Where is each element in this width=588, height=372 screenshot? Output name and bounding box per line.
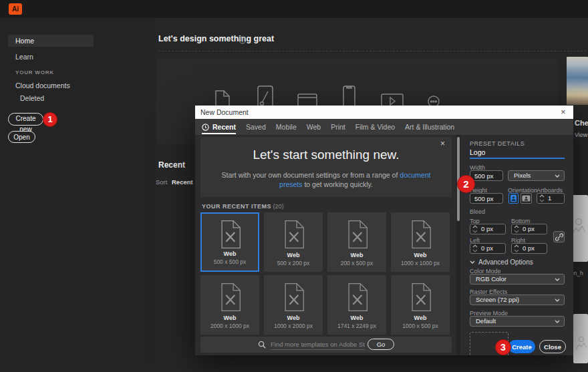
tab-film-video[interactable]: Film & Video [355,119,395,135]
raster-effects-dropdown[interactable]: Screen (72 ppi) [470,295,565,305]
whats-new-title-fragment: Chec [575,119,588,127]
portrait-icon [510,194,517,202]
banner-close-icon[interactable]: × [440,139,445,148]
recent-items-label: YOUR RECENT ITEMS (20) [202,203,284,210]
preset-card-web-1741x2249[interactable]: Web 1741 x 2249 px [327,275,386,335]
info-icon[interactable] [239,35,247,47]
preview-mode-dropdown[interactable]: Default [470,316,565,327]
height-field[interactable] [470,193,503,204]
go-button[interactable]: Go [368,339,394,350]
tab-recent[interactable]: Recent [202,119,236,135]
sidebar-section-your-work: YOUR WORK [15,69,54,75]
sidebar-item-deleted[interactable]: Deleted [20,94,44,102]
sidebar: Home Learn YOUR WORK Cloud documents Del… [0,18,156,372]
stepper-arrows-icon[interactable] [539,194,545,202]
bleed-label: Bleed [470,208,485,215]
stepper-arrows-icon[interactable] [472,244,478,252]
chevron-down-icon [555,174,560,178]
preset-details-panel: PRESET DETAILS Width Pixels Height Orien… [462,135,573,355]
chevron-down-icon [555,320,560,323]
annotation-step-3: 3 [495,339,511,355]
tab-print[interactable]: Print [331,119,345,135]
stepper-arrows-icon[interactable] [514,225,519,233]
banner-heading: Let's start something new. [200,148,452,162]
banner-body: Start with your own document settings or… [216,170,436,189]
units-dropdown[interactable]: Pixels [508,170,565,181]
preset-details-heading: PRESET DETAILS [470,140,525,147]
start-banner: × Let's start something new. Start with … [200,137,452,197]
preset-card-web-2000x1000[interactable]: Web 2000 x 1000 px [200,275,259,335]
sort-label: Sort [156,178,167,186]
dialog-title: New Document [200,108,249,116]
width-field[interactable] [470,170,503,181]
sort-value-dropdown[interactable]: Recent [172,178,193,186]
divider [158,51,586,51]
bleed-right-stepper[interactable]: 0 px [511,243,547,254]
document-name-field[interactable] [470,147,565,159]
color-mode-dropdown[interactable]: RGB Color [470,274,565,285]
clock-icon [202,124,209,131]
sidebar-item-learn[interactable]: Learn [15,53,33,61]
preset-card-web-1000x500[interactable]: Web 1000 x 500 px [391,275,450,335]
bleed-left-stepper[interactable]: 0 px [470,243,506,254]
orientation-landscape-button[interactable] [521,193,532,204]
app-window: Ai Home Learn YOUR WORK Cloud documents … [0,0,588,372]
landscape-icon [522,194,531,202]
recent-section-heading: Recent [158,160,185,170]
dialog-close-icon[interactable]: × [561,107,566,118]
chevron-down-icon [555,278,560,281]
template-search-bar: Go [200,337,452,353]
link-icon [555,233,563,241]
artboards-stepper[interactable]: 1 [537,193,565,204]
search-icon [258,341,266,349]
preset-card-web-500x500[interactable]: Web 500 x 500 px [200,212,259,272]
bleed-link-button[interactable] [553,231,565,242]
stepper-arrows-icon[interactable] [472,225,478,233]
tab-mobile[interactable]: Mobile [276,119,297,135]
sidebar-item-home[interactable]: Home [8,35,94,47]
close-button[interactable]: Close [539,340,566,353]
beach-photo-thumbnail[interactable] [567,57,588,105]
tab-saved[interactable]: Saved [246,119,266,135]
tab-web[interactable]: Web [307,119,321,135]
new-document-dialog: New Document × Recent Saved Mobile Web P… [195,106,573,355]
preset-card-web-1000x2000[interactable]: Web 1000 x 2000 px [264,275,323,335]
advanced-options-toggle[interactable]: Advanced Options [470,258,533,266]
annotation-step-2: 2 [457,175,475,193]
stepper-arrows-icon[interactable] [514,244,519,252]
orientation-portrait-button[interactable] [508,193,519,204]
preset-card-web-1000x1000[interactable]: Web 1000 x 1000 px [391,212,450,272]
open-button[interactable]: Open [8,131,35,143]
chevron-down-icon [470,260,475,264]
file-thumbnail[interactable] [573,314,588,363]
tab-art-illustration[interactable]: Art & Illustration [405,119,454,135]
bleed-top-stepper[interactable]: 0 px [470,224,506,234]
preset-card-web-200x500[interactable]: Web 200 x 500 px [327,212,386,272]
phone-icon [343,85,355,108]
photo-placeholder-icon [575,334,588,353]
dialog-title-bar: New Document × [195,106,573,119]
chevron-down-icon [555,299,560,302]
top-bar: Ai [0,0,588,18]
whats-new-link-fragment[interactable]: View i [575,132,588,138]
bleed-bottom-stepper[interactable]: 0 px [511,224,547,234]
create-new-button[interactable]: Create new [8,113,43,126]
dialog-tab-bar: Recent Saved Mobile Web Print Film & Vid… [195,119,573,135]
create-button[interactable]: Create [508,340,535,353]
page-title: Let's design something great [158,34,274,43]
illustrator-logo-icon: Ai [9,3,22,15]
tab-label: Recent [212,119,236,135]
annotation-step-1: 1 [43,112,57,127]
preset-card-web-500x200[interactable]: Web 500 x 200 px [264,212,323,272]
sidebar-item-cloud-documents[interactable]: Cloud documents [15,81,70,89]
search-input[interactable] [271,339,365,350]
